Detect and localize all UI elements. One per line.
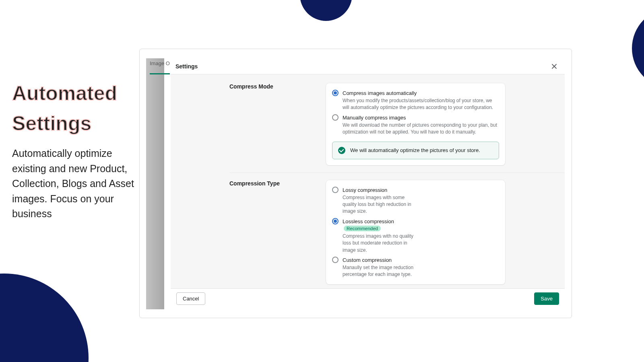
radio-label: Custom compression <box>343 257 392 263</box>
check-circle-icon <box>338 147 345 154</box>
banner-text: We will automatically optimize the pictu… <box>350 147 480 153</box>
background-tab-underline <box>150 73 170 74</box>
radio-item-auto[interactable]: Compress images automatically When you m… <box>332 89 499 111</box>
radio-body: Lossless compressionRecommended Compress… <box>343 218 417 254</box>
radio-label: Lossy compression <box>343 187 387 193</box>
save-button[interactable]: Save <box>534 292 559 305</box>
modal-scroll-area[interactable]: Compress Mode Compress images automatica… <box>171 74 565 288</box>
radio-item-manual[interactable]: Manually compress images We will downloa… <box>332 114 499 136</box>
radio-desc: When you modify the products/assets/coll… <box>343 97 499 111</box>
section-compress-mode: Compress Mode Compress images automatica… <box>171 83 565 165</box>
success-banner: We will automatically optimize the pictu… <box>332 142 499 159</box>
background-tab-label: Image O <box>150 60 170 66</box>
radio-body: Lossy compression Compress images with s… <box>343 186 417 215</box>
radio-body: Compress images automatically When you m… <box>343 89 499 111</box>
recommended-badge: Recommended <box>344 226 381 231</box>
decorative-circle-top <box>300 0 352 21</box>
modal-footer: Cancel Save <box>171 288 565 309</box>
radio-item-lossless[interactable]: Lossless compressionRecommended Compress… <box>332 218 417 254</box>
radio-lossless[interactable] <box>332 218 339 224</box>
radio-desc: Compress images with no quality loss but… <box>343 233 417 254</box>
radio-label: Manually compress images <box>343 115 406 121</box>
radio-lossy[interactable] <box>332 187 339 193</box>
radio-auto[interactable] <box>332 90 339 96</box>
radio-label: Lossless compression <box>343 218 394 224</box>
modal-header: Settings <box>171 58 565 74</box>
radio-desc: We will download the number of pictures … <box>343 122 499 136</box>
close-icon[interactable] <box>550 62 558 70</box>
section-heading: Compress Mode <box>229 83 318 90</box>
decorative-circle-bottom <box>0 274 89 362</box>
compression-type-card: Lossy compression Compress images with s… <box>326 180 505 284</box>
modal-body: Compress Mode Compress images automatica… <box>171 74 565 288</box>
radio-manual[interactable] <box>332 114 339 121</box>
app-window: Image O Settings Compress Mode <box>139 49 572 318</box>
radio-item-custom[interactable]: Custom compression Manaully set the imag… <box>332 256 417 278</box>
settings-modal: Settings Compress Mode Compress imag <box>171 58 565 309</box>
radio-body: Manually compress images We will downloa… <box>343 114 499 136</box>
marketing-copy: Automated Settings Automatically optimiz… <box>12 78 141 222</box>
marketing-sub: Automatically optimize existing and new … <box>12 146 141 222</box>
section-heading: Compression Type <box>229 180 318 187</box>
radio-desc: Compress images with some quality loss b… <box>343 194 417 215</box>
radio-custom[interactable] <box>332 257 339 263</box>
radio-label: Compress images automatically <box>343 90 417 96</box>
decorative-circle-right <box>632 8 644 88</box>
marketing-title-line1: Automated <box>12 78 141 109</box>
radio-item-lossy[interactable]: Lossy compression Compress images with s… <box>332 186 417 215</box>
section-compression-type: Compression Type Lossy compression Compr… <box>229 173 565 284</box>
background-sidebar <box>146 58 164 309</box>
marketing-title: Automated Settings <box>12 78 141 139</box>
cancel-button[interactable]: Cancel <box>176 292 205 305</box>
compress-mode-card: Compress images automatically When you m… <box>326 83 505 165</box>
radio-desc: Manaully set the image reduction percent… <box>343 264 417 278</box>
section-label: Compression Type <box>229 180 318 284</box>
section-label: Compress Mode <box>229 83 318 165</box>
radio-body: Custom compression Manaully set the imag… <box>343 256 417 278</box>
marketing-title-line2: Settings <box>12 109 141 139</box>
modal-title: Settings <box>175 63 198 70</box>
